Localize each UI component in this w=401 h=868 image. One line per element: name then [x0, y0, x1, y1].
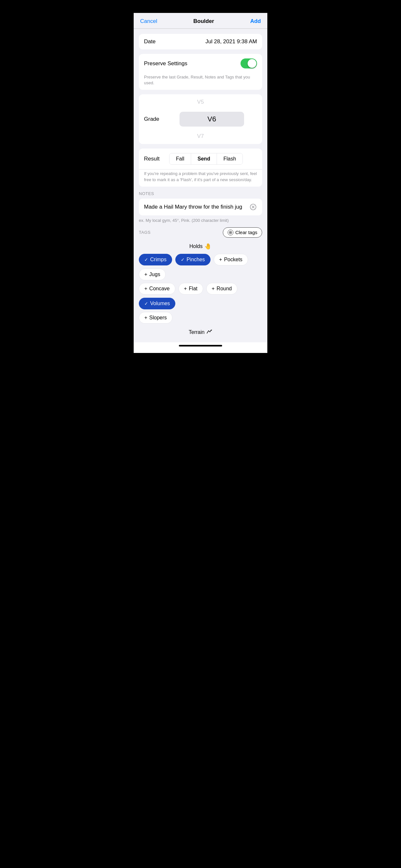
tag-round[interactable]: + Round: [206, 283, 238, 294]
navigation-bar: Cancel Boulder Add: [134, 13, 267, 29]
tag-jugs-label: Jugs: [149, 272, 160, 277]
notes-section: NOTES Made a Hail Mary throw for the fin…: [134, 191, 267, 223]
tag-pinches-label: Pinches: [187, 257, 205, 262]
tag-concave[interactable]: + Concave: [139, 283, 175, 294]
tag-flat[interactable]: + Flat: [179, 283, 203, 294]
tag-pockets[interactable]: + Pockets: [214, 254, 248, 266]
notes-section-label: NOTES: [139, 191, 262, 196]
tag-check-icon: ✓: [181, 257, 185, 262]
date-label: Date: [144, 38, 156, 45]
result-send-button[interactable]: Send: [191, 153, 217, 164]
clear-tags-icon: [227, 229, 234, 236]
tag-jugs[interactable]: + Jugs: [139, 269, 166, 280]
terrain-category-header: Terrain: [139, 329, 262, 336]
terrain-icon: [206, 329, 212, 336]
hand-icon: 🤚: [204, 243, 212, 250]
result-hint: If you're repeating a problem that you'v…: [139, 169, 262, 186]
tag-concave-label: Concave: [149, 286, 169, 291]
notes-text: Made a Hail Mary throw for the finish ju…: [144, 204, 249, 210]
result-fall-button[interactable]: Fall: [169, 153, 191, 164]
holds-category-header: Holds 🤚: [139, 243, 262, 250]
clear-tags-label: Clear tags: [235, 229, 257, 235]
tag-slopers[interactable]: + Slopers: [139, 312, 173, 323]
tag-volumes[interactable]: ✓ Volumes: [139, 298, 175, 309]
tag-round-label: Round: [217, 286, 232, 291]
toggle-circle: [248, 59, 256, 68]
tags-section-label: TAGS: [139, 230, 150, 235]
tag-pockets-label: Pockets: [224, 257, 243, 262]
result-flash-button[interactable]: Flash: [217, 153, 243, 164]
tag-plus-icon: +: [144, 272, 147, 277]
tag-plus-icon: +: [144, 286, 147, 291]
date-card[interactable]: Date Jul 28, 2021 9:38 AM: [139, 34, 262, 50]
grade-below: V7: [139, 131, 262, 142]
tag-volumes-label: Volumes: [150, 301, 170, 306]
holds-tags-row-2: + Concave + Flat + Round ✓ Volumes: [139, 283, 262, 309]
result-card: Result Fall Send Flash If you're repeati…: [139, 149, 262, 186]
grade-label: Grade: [144, 116, 166, 122]
tag-check-icon: ✓: [144, 301, 148, 306]
notes-input-card[interactable]: Made a Hail Mary throw for the finish ju…: [139, 198, 262, 215]
date-value: Jul 28, 2021 9:38 AM: [205, 38, 257, 45]
preserve-hint: Preserve the last Grade, Result, Notes a…: [139, 73, 262, 90]
page-title: Boulder: [193, 18, 214, 25]
holds-tags-row-3: + Slopers: [139, 312, 262, 323]
cancel-button[interactable]: Cancel: [140, 18, 157, 25]
bottom-bar: [134, 342, 267, 353]
grade-above: V5: [139, 97, 262, 107]
terrain-section: Terrain: [139, 329, 262, 336]
tag-check-icon: ✓: [144, 257, 148, 262]
tag-plus-icon: +: [144, 315, 147, 321]
result-label: Result: [144, 156, 166, 162]
tags-header-row: TAGS Clear tags: [139, 227, 262, 238]
preserve-settings-card: Preserve Settings Preserve the last Grad…: [139, 54, 262, 90]
tag-pinches[interactable]: ✓ Pinches: [175, 254, 211, 266]
holds-tags-row-1: ✓ Crimps ✓ Pinches + Pockets + Jugs: [139, 254, 262, 280]
tag-plus-icon: +: [219, 257, 222, 262]
tag-plus-icon: +: [212, 286, 215, 291]
tag-flat-label: Flat: [189, 286, 197, 291]
home-indicator: [179, 345, 222, 346]
terrain-category-label: Terrain: [189, 330, 205, 335]
preserve-label: Preserve Settings: [144, 60, 187, 67]
preserve-toggle[interactable]: [241, 58, 257, 68]
add-button[interactable]: Add: [250, 18, 261, 25]
grade-card[interactable]: V5 Grade V6 V7: [139, 94, 262, 144]
result-buttons: Fall Send Flash: [169, 153, 243, 165]
clear-tags-button[interactable]: Clear tags: [223, 227, 262, 238]
holds-section: Holds 🤚 ✓ Crimps ✓ Pinches + Pockets: [139, 243, 262, 323]
tags-section: TAGS Clear tags Holds 🤚: [134, 227, 267, 342]
tag-plus-icon: +: [184, 286, 187, 291]
tag-crimps-label: Crimps: [150, 257, 166, 262]
holds-category-label: Holds: [189, 244, 203, 249]
tag-crimps[interactable]: ✓ Crimps: [139, 254, 172, 266]
tag-slopers-label: Slopers: [149, 315, 166, 321]
notes-placeholder: ex. My local gym, 45°, Pink. (200 charac…: [139, 218, 262, 223]
notes-clear-button[interactable]: [249, 203, 257, 211]
grade-selected[interactable]: V6: [180, 112, 244, 127]
